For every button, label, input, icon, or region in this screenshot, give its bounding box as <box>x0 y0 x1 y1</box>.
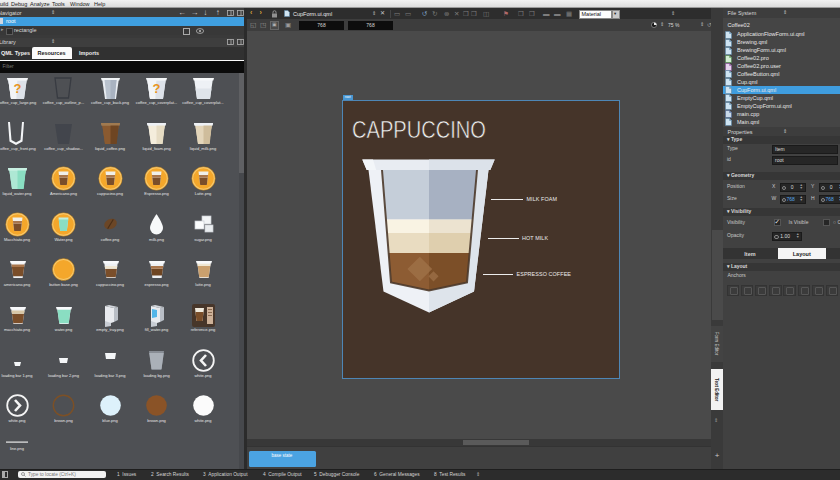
svg-text:?: ? <box>153 81 161 96</box>
svg-text:?: ? <box>13 81 21 96</box>
